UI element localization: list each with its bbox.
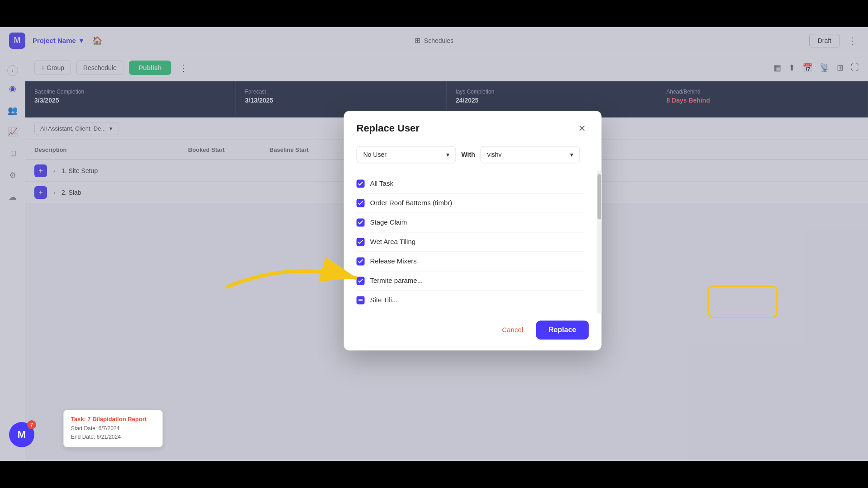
- with-label: With: [462, 151, 475, 158]
- task-checkbox-item: All Task: [357, 174, 585, 193]
- replace-user-modal: Replace User ✕ No User ▾ With vishv ▾ Al…: [344, 111, 602, 350]
- to-select-chevron: ▾: [570, 151, 573, 158]
- task-checkbox-item: Order Roof Batterns (timbr): [357, 193, 585, 213]
- task-label-0: All Task: [370, 180, 393, 188]
- task-checkbox-item: Stage Claim: [357, 213, 585, 232]
- from-select-chevron: ▾: [446, 151, 449, 158]
- notification-end-date: End Date: 6/21/2024: [71, 433, 155, 441]
- notification-task-label: Task: 7 Dilapidation Report: [71, 416, 155, 422]
- task-list: All TaskOrder Roof Batterns (timbr)Stage…: [357, 174, 585, 310]
- task-label-2: Stage Claim: [370, 219, 407, 226]
- checkbox-3[interactable]: [357, 238, 365, 246]
- notification-start-date: Start Date: 6/7/2024: [71, 424, 155, 433]
- modal-body: All TaskOrder Roof Batterns (timbr)Stage…: [344, 170, 597, 313]
- checkbox-2[interactable]: [357, 218, 365, 226]
- notification-popup: Task: 7 Dilapidation Report Start Date: …: [63, 410, 163, 447]
- task-label-3: Wet Area Tiling: [370, 238, 416, 246]
- checkbox-4[interactable]: [357, 257, 365, 265]
- task-label-4: Release Mixers: [370, 258, 417, 265]
- task-checkbox-item: Release Mixers: [357, 252, 585, 271]
- replace-button[interactable]: Replace: [536, 320, 589, 339]
- task-label-5: Termite parame...: [370, 277, 423, 285]
- checkbox-0[interactable]: [357, 179, 365, 188]
- task-label-6: Site Tili...: [370, 296, 398, 304]
- modal-close-button[interactable]: ✕: [576, 122, 589, 135]
- notification-area: M 7 Task: 7 Dilapidation Report Start Da…: [9, 422, 163, 447]
- task-checkbox-item: Termite parame...: [357, 271, 585, 291]
- modal-selectors: No User ▾ With vishv ▾: [344, 142, 602, 170]
- to-user-select[interactable]: vishv ▾: [481, 146, 580, 163]
- from-user-select[interactable]: No User ▾: [357, 146, 456, 163]
- cancel-button[interactable]: Cancel: [495, 323, 530, 338]
- app-container: M Project Name ▾ 🏠 ⊞ Schedules Draft ⋮ ‹…: [0, 27, 868, 461]
- task-checkbox-item: Wet Area Tiling: [357, 232, 585, 252]
- notification-badge: 7: [27, 420, 36, 429]
- checkbox-5[interactable]: [357, 277, 365, 285]
- modal-title: Replace User: [357, 122, 420, 134]
- task-label-1: Order Roof Batterns (timbr): [370, 199, 453, 207]
- modal-header: Replace User ✕: [344, 111, 602, 142]
- checkbox-6[interactable]: [357, 296, 365, 304]
- task-checkbox-item: Site Tili...: [357, 291, 585, 310]
- checkbox-1[interactable]: [357, 199, 365, 207]
- modal-footer: Cancel Replace: [344, 313, 602, 350]
